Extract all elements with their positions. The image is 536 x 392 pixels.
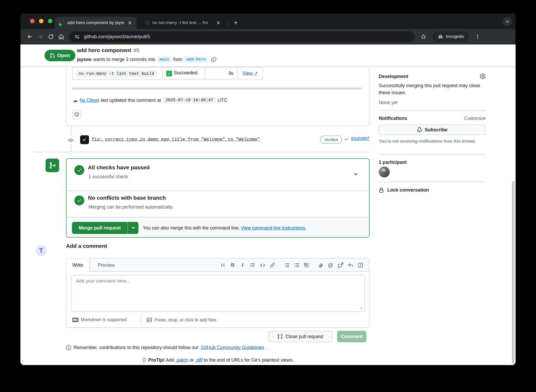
external-arrow-icon: ↗ xyxy=(254,71,258,76)
bold-icon[interactable]: B xyxy=(228,259,238,272)
base-branch-label[interactable]: main xyxy=(157,57,171,63)
development-title: Development xyxy=(379,74,408,79)
cmdline-note: You can also merge this with the command… xyxy=(143,225,306,231)
git-pull-request-closed-icon xyxy=(277,334,283,339)
close-tab-icon[interactable]: ✕ xyxy=(127,20,133,26)
diff-link[interactable]: .diff xyxy=(195,357,203,363)
smiley-icon xyxy=(74,112,79,117)
mention-icon[interactable]: @ xyxy=(326,259,336,272)
git-merge-gutter-icon xyxy=(46,159,59,172)
merge-status-box: All checks have passed 1 successful chec… xyxy=(66,158,370,238)
page-content: Open add hero component#5 jaysoo wants t… xyxy=(20,44,516,365)
italic-icon[interactable]: I xyxy=(238,259,248,272)
back-arrow-icon xyxy=(27,33,33,40)
close-tab-icon[interactable]: ✕ xyxy=(215,20,221,26)
browser-window: add hero component by jayso ✕ nx run-man… xyxy=(20,14,516,365)
markdown-icon xyxy=(72,318,79,322)
tab-separator xyxy=(228,20,228,26)
caret-down-icon xyxy=(132,227,135,229)
participants-title: 1 participant xyxy=(379,160,407,165)
commit-author-avatar[interactable] xyxy=(80,135,89,144)
quote-icon[interactable] xyxy=(248,259,258,272)
community-guidelines-link[interactable]: GitHub Community Guidelines xyxy=(201,345,264,350)
table-row: nx run-many -t lint test build Succeeded… xyxy=(72,67,263,79)
back-button[interactable] xyxy=(25,31,35,42)
checks-passed-icon xyxy=(74,165,84,175)
view-run-link[interactable]: View ↗ xyxy=(242,71,258,76)
head-branch-label[interactable]: add-hero xyxy=(184,57,208,63)
nx-cloud-link[interactable]: Nx Cloud xyxy=(80,98,99,103)
patch-link[interactable]: .patch xyxy=(175,357,188,363)
forward-arrow-icon xyxy=(37,33,43,40)
resize-handle[interactable] xyxy=(359,306,363,310)
close-pull-request-button[interactable]: Close pull request xyxy=(268,331,332,342)
task-list-icon[interactable] xyxy=(302,259,311,272)
tab-search-button[interactable] xyxy=(503,17,512,26)
comment-editor: Write Preview H B I 12 @ xyxy=(66,258,370,328)
merge-pull-request-button[interactable]: Merge pull request xyxy=(72,222,138,234)
new-tab-button[interactable]: + xyxy=(231,18,240,27)
sidebar-divider xyxy=(379,154,486,155)
check-icon xyxy=(344,137,349,141)
saved-replies-icon[interactable] xyxy=(355,259,365,272)
browser-menu-button[interactable] xyxy=(472,31,483,42)
incognito-icon xyxy=(438,34,443,40)
add-reaction-button[interactable] xyxy=(72,109,82,119)
verified-badge[interactable]: Verified xyxy=(320,136,342,144)
commit-sha-group: 85d500f xyxy=(344,136,370,141)
home-button[interactable] xyxy=(56,31,66,42)
lock-conversation-button[interactable]: Lock conversation xyxy=(379,187,429,193)
commit-message-link[interactable]: fix: correct typo in demo app title from… xyxy=(92,137,260,142)
svg-text:1: 1 xyxy=(284,262,285,265)
development-empty: None yet xyxy=(379,100,398,105)
copy-icon[interactable] xyxy=(211,57,216,62)
pr-author[interactable]: jaysoo xyxy=(77,57,91,62)
chevron-down-icon[interactable] xyxy=(353,171,359,177)
participant-avatar[interactable] xyxy=(379,166,390,177)
forward-button xyxy=(35,31,46,42)
cross-reference-icon[interactable] xyxy=(336,259,345,272)
commit-sha-link[interactable]: 85d500f xyxy=(351,136,370,141)
close-window-button[interactable] xyxy=(30,19,35,23)
heading-icon[interactable]: H xyxy=(218,259,228,272)
sidebar-divider xyxy=(379,182,486,182)
no-conflicts-title: No conflicts with base branch xyxy=(88,195,166,201)
customize-link[interactable]: Customize xyxy=(464,116,486,121)
git-pull-request-icon xyxy=(50,53,55,58)
commit-row: fix: correct typo in demo app title from… xyxy=(20,133,370,147)
bookmark-button[interactable] xyxy=(418,31,429,42)
merge-options-dropdown[interactable] xyxy=(127,222,138,234)
checks-passed-title: All checks have passed xyxy=(88,164,150,171)
current-user-avatar: T xyxy=(36,245,47,256)
gear-icon[interactable] xyxy=(480,73,486,79)
reply-icon[interactable] xyxy=(345,259,355,272)
scrollbar-thumb[interactable] xyxy=(512,181,515,364)
tab-preview[interactable]: Preview xyxy=(98,259,115,272)
attach-file-icon[interactable] xyxy=(316,259,326,272)
bullet-list-icon[interactable] xyxy=(292,259,302,272)
address-bar[interactable]: github.com/jaysoo3/acme/pull/5 xyxy=(69,31,415,42)
subscribe-button[interactable]: Subscribe xyxy=(379,125,486,135)
numbered-list-icon[interactable]: 12 xyxy=(282,259,292,272)
maximize-window-button[interactable] xyxy=(48,19,52,23)
link-icon[interactable] xyxy=(267,259,277,272)
no-conflicts-sub: Merging can be performed automatically. xyxy=(88,204,174,210)
attach-files-button[interactable]: Paste, drop, or click to add files xyxy=(147,317,216,323)
tab-pull-request[interactable]: add hero component by jayso ✕ xyxy=(55,17,137,29)
chevron-down-icon xyxy=(505,19,510,24)
development-desc: Successfully merging this pull request m… xyxy=(379,82,486,96)
tab-write[interactable]: Write xyxy=(66,258,90,272)
tab-strip: add hero component by jayso ✕ nx run-man… xyxy=(20,14,516,29)
github-avatar-favicon xyxy=(59,20,65,26)
markdown-supported-link[interactable]: Markdown is supported xyxy=(72,317,127,322)
comment-input[interactable] xyxy=(71,275,365,312)
pr-state-label: Open xyxy=(57,53,70,58)
pr-subtitle: jaysoo wants to merge 3 commits into mai… xyxy=(77,57,216,63)
reload-button[interactable] xyxy=(46,31,56,42)
tab-nx-run[interactable]: nx run-many -t lint test ... fro ✕ xyxy=(141,17,224,29)
minimize-window-button[interactable] xyxy=(39,19,43,23)
pr-sticky-header: Open add hero component#5 jaysoo wants t… xyxy=(20,44,516,67)
cmdline-instructions-link[interactable]: View command line instructions. xyxy=(241,225,306,231)
comment-submit-button[interactable]: Comment xyxy=(337,331,366,342)
code-icon[interactable] xyxy=(258,259,267,272)
